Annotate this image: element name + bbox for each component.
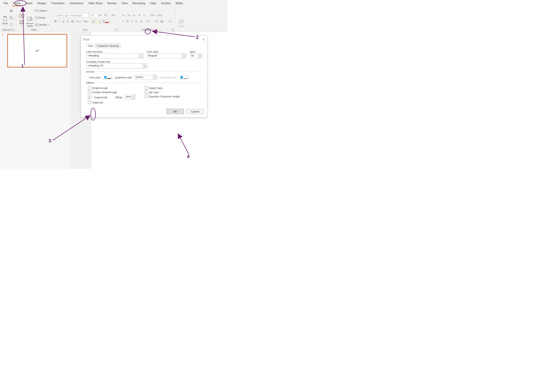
latin-font-combo[interactable]: +Heading▾ (86, 54, 143, 58)
allcaps-checkbox[interactable] (145, 91, 148, 94)
dlg-tab-spacing[interactable]: Character Spacing (95, 43, 121, 48)
tab-design[interactable]: Design (35, 1, 49, 6)
new-slide-button[interactable]: New Slide (18, 7, 25, 28)
clipboard-launcher[interactable] (12, 28, 15, 31)
fontcolor-picker[interactable]: 🪣▾ (103, 76, 113, 79)
strike-button[interactable]: ab (70, 20, 75, 23)
numbering-button[interactable]: ≣ (127, 13, 132, 17)
ribbon-tabs: File Home Insert Design Transitions Anim… (0, 0, 228, 7)
grow-font-icon[interactable]: A▴ (98, 13, 103, 17)
highlight-color-button[interactable]: 🖍▾ (92, 20, 101, 23)
effects-label: Effects (86, 81, 94, 84)
paste-button[interactable]: Paste (1, 7, 9, 28)
tab-recording[interactable]: Recording (130, 1, 148, 6)
slide-thumbnail-1[interactable]: m2 (7, 34, 67, 67)
group-paragraph: ≡ ≣ ⇤ ⇥ ↕ ↧A [≡] ≡ ☰ ≡ ≣ ☰ ¶→ ←¶ ▥ ⎔ (119, 7, 176, 31)
section-button[interactable]: Section (35, 23, 49, 26)
align-right-button[interactable]: ≡ (130, 20, 133, 23)
tab-file[interactable]: File (1, 1, 11, 6)
clipboard-group-label: Clipboard (2, 28, 12, 31)
justify-button[interactable]: ≣ (135, 19, 138, 23)
shapes-icon (178, 19, 184, 24)
tab-review[interactable]: Review (105, 1, 119, 6)
close-button[interactable]: ✕ (202, 37, 205, 42)
group-font: Calibri Light (Headings) 60 A▴ A▾ A⌫ B I… (51, 7, 119, 31)
reuse-slides-button[interactable]: Reuse Slides (25, 7, 34, 28)
char-spacing-button[interactable]: AV (76, 20, 81, 23)
ltr-button[interactable]: ¶→ (146, 20, 152, 23)
font-size-combo[interactable]: 60 (90, 13, 97, 17)
distribute-button[interactable]: ☰ (139, 19, 143, 23)
underlinestyle-combo[interactable]: (none)▾ (134, 75, 157, 80)
change-case-button[interactable]: Aa (83, 20, 89, 23)
bold-button[interactable]: B (54, 20, 57, 23)
workspace: 1 m2 Font ? ✕ Font Character Spacing (0, 32, 228, 169)
underlinecolor-label: Underline color (159, 76, 177, 79)
help-button[interactable]: ? (196, 38, 198, 42)
subscript-checkbox[interactable] (88, 101, 91, 104)
tab-view[interactable]: View (119, 1, 130, 6)
reset-button[interactable]: Reset (35, 16, 49, 19)
size-spinner[interactable]: 60▴▾ (190, 54, 202, 58)
rtl-button[interactable]: ←¶ (153, 20, 159, 23)
font-group-label: Font (83, 28, 87, 31)
tab-transitions[interactable]: Transitions (49, 1, 67, 6)
align-center-button[interactable]: ☰ (125, 19, 129, 23)
strike-checkbox[interactable] (88, 86, 91, 90)
complex-font-combo[interactable]: +Heading CS▾ (86, 63, 147, 69)
format-painter-icon[interactable] (10, 23, 15, 27)
svg-rect-0 (4, 17, 7, 21)
offset-spinner[interactable]: 30%▴▾ (124, 95, 136, 100)
line-spacing-button[interactable]: ↕ (142, 13, 146, 17)
font-color-button[interactable]: A▾ (102, 20, 110, 23)
text-direction-button[interactable]: ↧A (149, 13, 156, 17)
shadow-button[interactable]: S (66, 20, 69, 23)
svg-rect-14 (35, 16, 38, 19)
font-style-combo[interactable]: Regular▾ (147, 54, 186, 58)
dec-indent-button[interactable]: ⇤ (133, 13, 136, 17)
new-slide-label: New Slide (19, 20, 24, 25)
underlinecolor-picker: 🪣▾ (179, 76, 189, 79)
shapes-button[interactable]: Shape (177, 7, 186, 28)
tab-home[interactable]: Home (11, 1, 23, 6)
copy-icon[interactable] (10, 16, 15, 20)
cut-icon[interactable] (10, 9, 15, 13)
ok-button[interactable]: OK (166, 109, 184, 114)
font-name-combo[interactable]: Calibri Light (Headings) (54, 13, 89, 17)
font-style-label: Font style: (147, 50, 186, 53)
smartart-button[interactable]: ⎔ (168, 19, 173, 23)
svg-rect-15 (35, 23, 38, 25)
cancel-button[interactable]: Cancel (186, 109, 204, 114)
svg-rect-18 (181, 20, 183, 22)
bullets-button[interactable]: ≡ (121, 13, 126, 17)
dlg-tab-font[interactable]: Font (86, 43, 95, 48)
clear-formatting-icon[interactable]: A⌫ (111, 13, 116, 17)
fontcolor-label: Font color (89, 76, 101, 79)
layout-button[interactable]: Layout (35, 9, 49, 12)
align-left-button[interactable]: ≡ (121, 20, 124, 23)
paragraph-launcher[interactable] (172, 28, 174, 31)
superscript-checkbox[interactable] (88, 96, 91, 99)
tab-animations[interactable]: Animations (67, 1, 86, 6)
smallcaps-label: Small Caps (149, 86, 163, 90)
tab-slideshow[interactable]: Slide Show (86, 1, 105, 6)
dstrike-checkbox[interactable] (88, 91, 91, 94)
font-launcher[interactable] (115, 28, 117, 31)
tab-help[interactable]: Help (148, 1, 159, 6)
align-text-button[interactable]: [≡] (157, 13, 163, 17)
columns-button[interactable]: ▥ (160, 19, 165, 23)
inc-indent-button[interactable]: ⇥ (137, 13, 141, 17)
smallcaps-checkbox[interactable] (145, 86, 148, 90)
underline-button[interactable]: U (61, 20, 65, 23)
tab-slidel[interactable]: SlideL (173, 1, 186, 6)
font-dialog: Font ? ✕ Font Character Spacing Latin te… (81, 35, 207, 117)
svg-rect-1 (4, 16, 6, 17)
complex-font-label: Complex scripts font: (86, 60, 147, 63)
italic-button[interactable]: I (58, 20, 60, 23)
tab-acrobat[interactable]: Acrobat (159, 1, 173, 6)
equalize-checkbox[interactable] (145, 95, 148, 98)
tab-insert[interactable]: Insert (23, 1, 35, 6)
shrink-font-icon[interactable]: A▾ (104, 13, 108, 17)
paragraph-group-label: Paragraph (142, 28, 153, 31)
thumbnail-panel: 1 m2 (0, 32, 70, 169)
